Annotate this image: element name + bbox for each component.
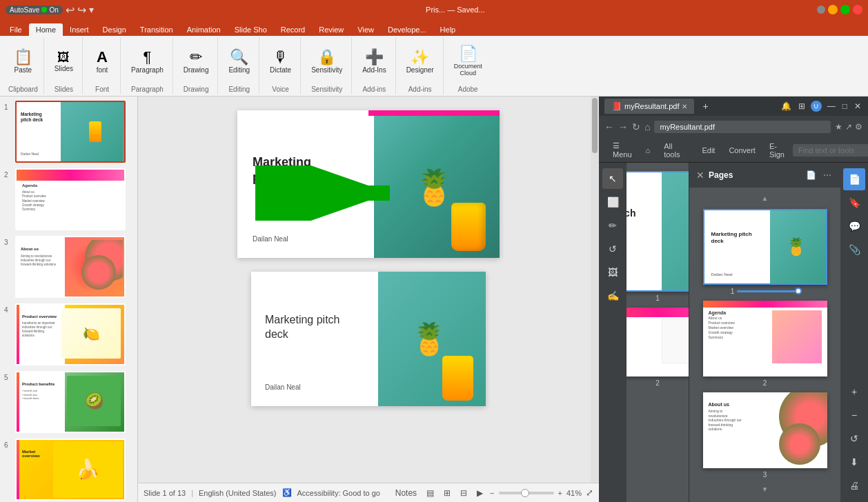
pages-panel-close-button[interactable]: ✕ — [696, 170, 704, 181]
back-button[interactable]: ← — [604, 121, 614, 132]
topbar-maximize-icon[interactable]: □ — [841, 100, 849, 112]
slide-thumb-5[interactable]: 5 🥝 Product benefits • benefit one• bene… — [3, 370, 135, 434]
bookmark-icon[interactable]: ★ — [835, 122, 842, 132]
redo-icon[interactable]: ↪ — [77, 3, 86, 17]
pdf-tab-close-button[interactable]: ✕ — [682, 103, 687, 110]
esign-button[interactable]: E-Sign — [764, 139, 790, 161]
comments-sidebar-button[interactable]: 💬 — [843, 215, 865, 237]
rotate-sidebar-button[interactable]: ↺ — [843, 428, 865, 450]
reading-view-button[interactable]: ⊟ — [457, 487, 470, 499]
topbar-minimize-icon[interactable]: — — [826, 100, 837, 112]
slide-thumb-6[interactable]: 6 🍌 Marketoverview — [3, 437, 135, 502]
pdf-page-2-img[interactable]: Agenda About usProduct overviewMarket ov… — [627, 308, 689, 376]
image-tool-button[interactable]: 🖼 — [602, 262, 623, 283]
tab-animation[interactable]: Animation — [180, 23, 228, 36]
fit-slide-icon[interactable]: ⤢ — [586, 488, 593, 498]
forward-button[interactable]: → — [618, 121, 628, 132]
pdf-page-1-img[interactable]: 🍍 Marketing pitchdeck Dailan Neal — [627, 171, 689, 292]
settings-icon[interactable]: ⚙ — [855, 122, 862, 132]
adobe-button[interactable]: 📄 DocumentCloud — [451, 44, 486, 79]
tab-transition[interactable]: Transition — [133, 23, 180, 36]
slide-thumb-2[interactable]: 2 Agenda About usProduct overviewMarket … — [3, 167, 135, 232]
paste-button[interactable]: 📋 Paste — [10, 48, 36, 76]
print-sidebar-button[interactable]: 🖨 — [843, 474, 865, 496]
grid-icon[interactable]: ⊞ — [797, 100, 807, 112]
tab-file[interactable]: File — [3, 23, 29, 36]
cursor-tool-button[interactable]: ↖ — [602, 168, 623, 189]
tab-help[interactable]: Help — [433, 23, 463, 36]
slide-thumb-1[interactable]: 1 Marketingpitch deck Dailan Neal — [3, 99, 135, 164]
tab-developer[interactable]: Develope... — [381, 23, 433, 36]
new-slide-button[interactable]: 🖼 Slides — [51, 49, 77, 74]
sensitivity-button[interactable]: 🔒 Sensitivity — [308, 48, 346, 76]
canvas-scroll[interactable]: 🍍 Marketingpitch deck Dailan Neal 🍍 — [138, 97, 599, 483]
tab-record[interactable]: Record — [274, 23, 312, 36]
addins-button[interactable]: ➕ Add-Ins — [359, 48, 389, 76]
new-tab-button[interactable]: + — [698, 101, 712, 112]
second-slide-canvas[interactable]: 🍍 Marketing pitchdeck Dailan Neal — [251, 272, 486, 406]
profile-avatar[interactable] — [817, 6, 825, 14]
profile-icon[interactable]: U — [811, 101, 822, 112]
slide-thumb-4[interactable]: 4 🍋 Product overview transforms an impor… — [3, 302, 135, 367]
pdf-pages-area[interactable]: 🍍 Marketing pitchdeck Dailan Neal 1 — [627, 163, 689, 502]
zoom-minus-icon[interactable]: − — [490, 489, 494, 497]
normal-view-button[interactable]: ▤ — [424, 487, 437, 499]
scroll-up-arrow[interactable]: ▲ — [695, 193, 835, 203]
more-quick-access-icon[interactable]: ▾ — [89, 4, 94, 15]
bookmarks-sidebar-button[interactable]: 🔖 — [843, 192, 865, 214]
tab-view[interactable]: View — [351, 23, 381, 36]
all-tools-button[interactable]: All tools — [658, 139, 685, 161]
share-icon[interactable]: ↗ — [845, 122, 852, 132]
maximize-button[interactable] — [840, 5, 850, 14]
attachments-sidebar-button[interactable]: 📎 — [843, 239, 865, 261]
tab-insert[interactable]: Insert — [63, 23, 96, 36]
tab-home[interactable]: Home — [29, 23, 63, 36]
canvas-vscrollbar[interactable] — [591, 97, 599, 483]
close-button[interactable] — [853, 5, 862, 14]
zoom-slider[interactable] — [499, 492, 554, 494]
scroll-down-arrow[interactable]: ▼ — [695, 484, 835, 494]
font-button[interactable]: A font — [90, 48, 115, 76]
autosave-toggle[interactable]: AutoSave On — [6, 6, 63, 14]
pen-tool-button[interactable]: ✏ — [602, 215, 623, 236]
annotation-tool-button[interactable]: ⬜ — [602, 192, 623, 212]
menu-button[interactable]: ☰ Menu — [607, 139, 638, 161]
pdf-tab[interactable]: 📕 myResultant.pdf ✕ — [604, 99, 694, 114]
editing-button[interactable]: 🔍 Editing — [225, 48, 253, 76]
pages-more-icon[interactable]: ⋯ — [821, 169, 834, 181]
zoom-out-sidebar-button[interactable]: − — [843, 404, 865, 426]
dictate-button[interactable]: 🎙 Dictate — [266, 48, 295, 76]
crop-tool-button[interactable]: ↺ — [602, 239, 623, 259]
pages-add-icon[interactable]: 📄 — [804, 169, 818, 181]
page-thumb-img-1[interactable]: 🍍 Marketing pitchdeck Dailan Neal — [703, 209, 827, 285]
slide-thumb-3[interactable]: 3 About us Aiming to revolutionizeindust… — [3, 234, 135, 299]
download-sidebar-button[interactable]: ⬇ — [843, 451, 865, 473]
slide-sorter-button[interactable]: ⊞ — [441, 487, 453, 499]
pdf-search-input[interactable] — [793, 144, 868, 157]
zoom-plus-icon[interactable]: + — [558, 489, 562, 497]
zoom-in-sidebar-button[interactable]: + — [843, 381, 865, 403]
tab-review[interactable]: Review — [312, 23, 351, 36]
drawing-button[interactable]: ✏ Drawing — [180, 48, 213, 76]
paragraph-button[interactable]: ¶ Paragraph — [128, 48, 167, 76]
notification-icon[interactable]: 🔔 — [780, 100, 793, 112]
page-thumb-img-2[interactable]: Agenda About usProduct overviewMarket ov… — [703, 301, 827, 376]
pages-sidebar-button[interactable]: 📄 — [843, 168, 865, 190]
zoom-thumb[interactable] — [521, 489, 529, 497]
presenter-view-button[interactable]: ▶ — [474, 487, 486, 499]
convert-button[interactable]: Convert — [723, 143, 761, 157]
signature-tool-button[interactable]: ✍ — [602, 285, 623, 306]
designer-button[interactable]: ✨ Designer — [403, 48, 437, 76]
home-button[interactable]: ⌂ — [644, 121, 650, 132]
undo-icon[interactable]: ↩ — [66, 3, 75, 17]
topbar-close-icon[interactable]: ✕ — [853, 100, 862, 112]
home-tool-icon[interactable]: ⌂ — [640, 143, 656, 157]
tab-design[interactable]: Design — [96, 23, 133, 36]
refresh-button[interactable]: ↻ — [632, 121, 640, 132]
page-thumb-img-3[interactable]: About us Aiming to revolutionize industr… — [703, 392, 827, 468]
notes-button[interactable]: Notes — [393, 487, 420, 499]
minimize-button[interactable] — [828, 5, 838, 14]
tab-slideshow[interactable]: Slide Sho — [228, 23, 274, 36]
address-input[interactable] — [654, 121, 831, 133]
edit-button[interactable]: Edit — [696, 143, 720, 157]
